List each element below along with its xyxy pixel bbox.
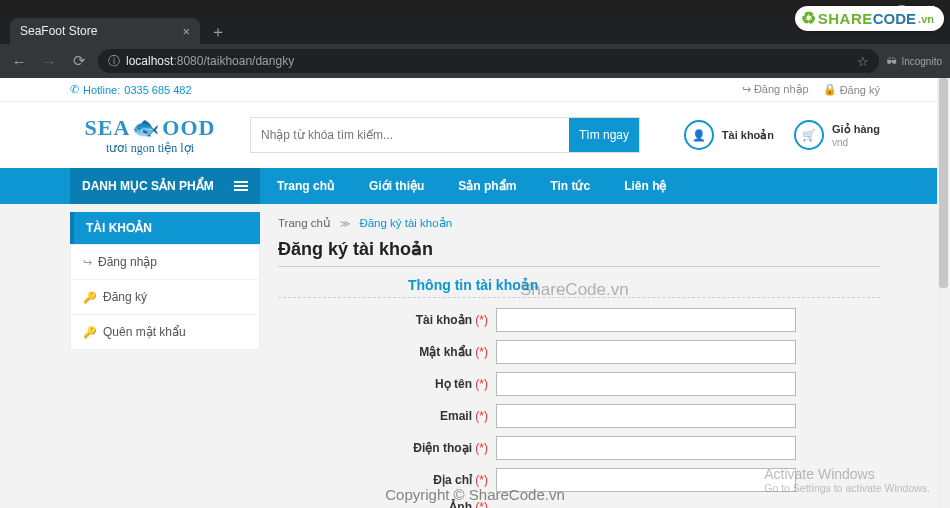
bookmark-icon[interactable]: ☆ <box>857 54 869 69</box>
form-row-trailing: Ảnh (*) <box>278 500 880 508</box>
incognito-indicator: 🕶 Incognito <box>887 56 942 67</box>
top-login-label: Đăng nhập <box>754 83 809 96</box>
sidebar-item-icon: 🔑 <box>83 326 97 339</box>
form-row-4: Điện thoại (*) <box>278 436 880 460</box>
nav-link-4[interactable]: Liên hệ <box>607 168 683 204</box>
form-row-2: Họ tên (*) <box>278 372 880 396</box>
field-input-2[interactable] <box>496 372 796 396</box>
hotline-label: Hotline: <box>83 84 120 96</box>
chevron-right-icon: ≫ <box>340 218 350 229</box>
form-row-1: Mật khẩu (*) <box>278 340 880 364</box>
category-menu-button[interactable]: DANH MỤC SẢN PHẨM <box>70 168 260 204</box>
sidebar-item-label: Đăng ký <box>103 290 147 304</box>
hamburger-icon <box>234 181 248 191</box>
close-tab-icon[interactable]: × <box>182 24 190 39</box>
main-nav: DANH MỤC SẢN PHẨM Trang chủGiới thiệuSản… <box>0 168 950 204</box>
vertical-scrollbar[interactable] <box>937 78 950 508</box>
nav-link-2[interactable]: Sản phẩm <box>441 168 533 204</box>
breadcrumb-current: Đăng ký tài khoản <box>359 217 452 229</box>
site-logo[interactable]: SEA🐟OOD tươi ngon tiện lợi <box>70 109 230 161</box>
field-input-5[interactable] <box>496 468 796 492</box>
url-path: /taikhoan/dangky <box>203 54 294 68</box>
badge-text-2: CODE <box>873 10 916 27</box>
back-button[interactable]: ← <box>8 50 30 72</box>
scrollbar-thumb[interactable] <box>939 78 948 288</box>
address-bar[interactable]: ⓘ localhost:8080/taikhoan/dangky ☆ <box>98 49 879 73</box>
field-label: Địa chỉ (*) <box>278 473 488 487</box>
breadcrumb-home[interactable]: Trang chủ <box>278 217 331 229</box>
reload-button[interactable]: ⟳ <box>68 50 90 72</box>
form-row-3: Email (*) <box>278 404 880 428</box>
cart-label: Giỏ hàng <box>832 123 880 135</box>
breadcrumb: Trang chủ ≫ Đăng ký tài khoản <box>278 212 880 238</box>
account-link[interactable]: 👤 Tài khoản <box>684 120 774 150</box>
forward-button[interactable]: → <box>38 50 60 72</box>
field-input-3[interactable] <box>496 404 796 428</box>
lock-icon: 🔒 <box>823 83 837 96</box>
sidebar-item-1[interactable]: 🔑Đăng ký <box>71 280 259 315</box>
page-title: Đăng ký tài khoản <box>278 238 880 267</box>
field-label: Ảnh (*) <box>278 500 488 508</box>
cart-icon: 🛒 <box>794 120 824 150</box>
url-host: localhost <box>126 54 173 68</box>
badge-vn: .vn <box>918 13 934 25</box>
cart-sub: vnd <box>832 137 848 148</box>
browser-toolbar: ← → ⟳ ⓘ localhost:8080/taikhoan/dangky ☆… <box>0 44 950 78</box>
hotline-number: 0335 685 482 <box>124 84 191 96</box>
field-label: Mật khẩu (*) <box>278 345 488 359</box>
search-form: Tìm ngay <box>250 117 640 153</box>
top-register-link[interactable]: 🔒Đăng ký <box>823 83 880 96</box>
site-info-icon[interactable]: ⓘ <box>108 53 120 70</box>
phone-icon: ✆ <box>70 83 79 96</box>
category-menu-label: DANH MỤC SẢN PHẨM <box>82 179 214 193</box>
field-input-0[interactable] <box>496 308 796 332</box>
tab-title: SeaFoot Store <box>20 24 97 38</box>
new-tab-button[interactable]: ＋ <box>206 20 230 44</box>
nav-link-1[interactable]: Giới thiệu <box>352 168 441 204</box>
field-label: Điện thoại (*) <box>278 441 488 455</box>
top-login-link[interactable]: ↪Đăng nhập <box>742 83 809 96</box>
fish-icon: 🐟 <box>132 115 160 141</box>
field-label: Họ tên (*) <box>278 377 488 391</box>
sidebar-item-0[interactable]: ↪Đăng nhập <box>71 245 259 280</box>
sidebar-item-2[interactable]: 🔑Quên mật khẩu <box>71 315 259 349</box>
sidebar-item-label: Quên mật khẩu <box>103 325 186 339</box>
form-row-0: Tài khoản (*) <box>278 308 880 332</box>
sidebar-item-label: Đăng nhập <box>98 255 157 269</box>
field-input-1[interactable] <box>496 340 796 364</box>
user-icon: 👤 <box>684 120 714 150</box>
cart-link[interactable]: 🛒 Giỏ hàngvnd <box>794 120 880 150</box>
incognito-icon: 🕶 <box>887 56 897 67</box>
sidebar: TÀI KHOẢN ↪Đăng nhập🔑Đăng ký🔑Quên mật kh… <box>70 212 260 508</box>
top-mini-bar: ✆ Hotline: 0335 685 482 ↪Đăng nhập 🔒Đăng… <box>0 78 950 102</box>
search-button[interactable]: Tìm ngay <box>569 118 639 152</box>
browser-tab[interactable]: SeaFoot Store × <box>10 18 200 44</box>
login-icon: ↪ <box>742 83 751 96</box>
sidebar-item-icon: ↪ <box>83 256 92 269</box>
badge-text-1: SHARE <box>818 10 873 27</box>
nav-link-3[interactable]: Tin tức <box>533 168 607 204</box>
search-input[interactable] <box>251 118 569 152</box>
url-port: :8080 <box>173 54 203 68</box>
account-label: Tài khoản <box>722 129 774 141</box>
nav-link-0[interactable]: Trang chủ <box>260 168 352 204</box>
site-header: SEA🐟OOD tươi ngon tiện lợi Tìm ngay 👤 Tà… <box>0 102 950 168</box>
sidebar-item-icon: 🔑 <box>83 291 97 304</box>
incognito-label: Incognito <box>901 56 942 67</box>
logo-tagline: tươi ngon tiện lợi <box>106 141 194 156</box>
form-row-5: Địa chỉ (*) <box>278 468 880 492</box>
field-label: Tài khoản (*) <box>278 313 488 327</box>
sidebar-title: TÀI KHOẢN <box>70 212 260 244</box>
field-input-4[interactable] <box>496 436 796 460</box>
recycle-icon: ♻ <box>801 8 816 29</box>
main-content: Trang chủ ≫ Đăng ký tài khoản Đăng ký tà… <box>278 212 880 508</box>
sharecode-badge: ♻ SHARECODE.vn <box>795 6 944 31</box>
top-register-label: Đăng ký <box>840 84 880 96</box>
field-label: Email (*) <box>278 409 488 423</box>
logo-text-ood: OOD <box>162 115 215 140</box>
logo-text-sea: SEA <box>85 115 131 140</box>
page-viewport: ✆ Hotline: 0335 685 482 ↪Đăng nhập 🔒Đăng… <box>0 78 950 508</box>
form-section-title: Thông tin tài khoản <box>278 277 880 298</box>
